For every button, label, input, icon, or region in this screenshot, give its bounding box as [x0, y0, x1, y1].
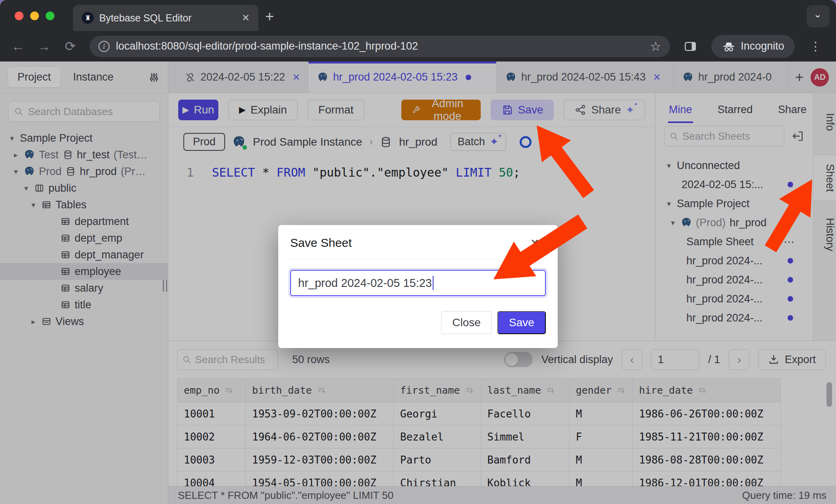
- chevron-down-icon: ›: [813, 15, 824, 18]
- browser-menu-icon[interactable]: ⋮: [810, 39, 822, 53]
- bytebase-app: Project Instance ▾Sample Project▸Testhr_…: [0, 62, 836, 504]
- side-panel-icon[interactable]: [684, 40, 697, 53]
- maximize-window-button[interactable]: [46, 12, 54, 20]
- address-bar[interactable]: i localhost:8080/sql-editor/prod-sample-…: [90, 36, 670, 57]
- close-tab-icon[interactable]: ✕: [242, 12, 250, 23]
- back-button[interactable]: ←: [5, 39, 31, 54]
- incognito-label: Incognito: [741, 40, 784, 52]
- sheet-name-value: hr_prod 2024-02-05 15:23: [298, 277, 432, 290]
- browser-tabstrip: ♜ Bytebase SQL Editor ✕ + ›: [0, 0, 836, 31]
- save-sheet-dialog: Save Sheet ✕ hr_prod 2024-02-05 15:23 Cl…: [278, 225, 558, 348]
- close-window-button[interactable]: [15, 12, 23, 20]
- incognito-icon: [722, 39, 736, 54]
- traffic-lights: [15, 12, 54, 20]
- dialog-close-button[interactable]: Close: [441, 311, 492, 334]
- browser-window: ♜ Bytebase SQL Editor ✕ + › ← → ⟳ i loca…: [0, 0, 836, 504]
- screen: ♜ Bytebase SQL Editor ✕ + › ← → ⟳ i loca…: [0, 0, 836, 504]
- url-text[interactable]: localhost:8080/sql-editor/prod-sample-in…: [116, 40, 643, 52]
- dialog-title: Save Sheet: [290, 236, 352, 250]
- browser-tab-title: Bytebase SQL Editor: [99, 12, 236, 24]
- text-cursor: [433, 276, 433, 290]
- browser-toolbar: ← → ⟳ i localhost:8080/sql-editor/prod-s…: [0, 31, 836, 62]
- incognito-badge: Incognito: [711, 35, 795, 58]
- sheet-name-input[interactable]: hr_prod 2024-02-05 15:23: [290, 270, 546, 296]
- new-tab-button[interactable]: +: [265, 9, 274, 24]
- reload-button[interactable]: ⟳: [57, 38, 83, 54]
- browser-tab[interactable]: ♜ Bytebase SQL Editor ✕: [73, 5, 258, 31]
- dialog-close-icon[interactable]: ✕: [530, 237, 539, 250]
- minimize-window-button[interactable]: [30, 12, 39, 20]
- bytebase-favicon-icon: ♜: [82, 12, 94, 24]
- forward-button[interactable]: →: [31, 39, 57, 54]
- site-info-icon[interactable]: i: [98, 41, 110, 52]
- tab-search-button[interactable]: ›: [807, 5, 830, 27]
- bookmark-star-icon[interactable]: ☆: [650, 39, 661, 54]
- divider: [288, 259, 548, 260]
- dialog-save-button[interactable]: Save: [497, 311, 546, 334]
